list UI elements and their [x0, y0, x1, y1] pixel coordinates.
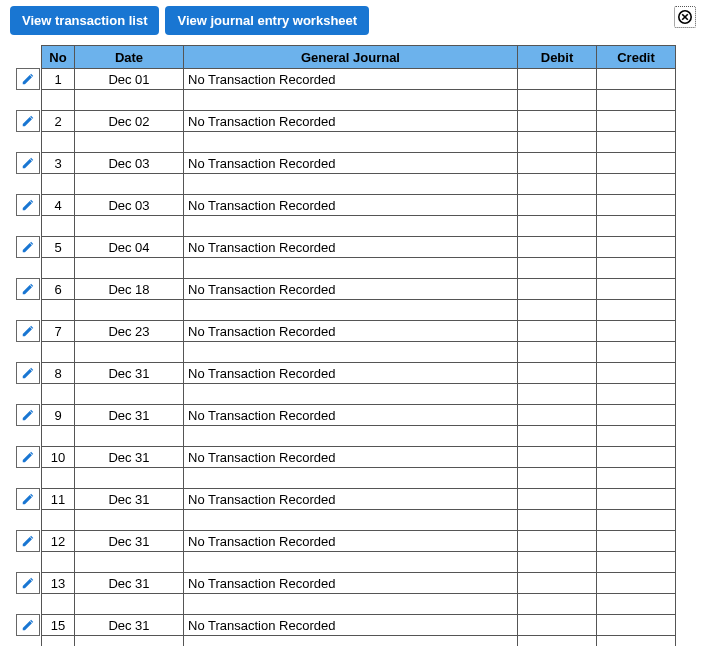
- cell-empty: [596, 467, 676, 489]
- toolbar: View transaction list View journal entry…: [10, 6, 696, 35]
- edit-row-button[interactable]: [16, 110, 40, 132]
- table-row: 6Dec 18No Transaction Recorded: [16, 278, 676, 321]
- pencil-icon: [21, 618, 35, 632]
- cell-empty: [517, 341, 597, 363]
- cell-empty: [41, 89, 75, 111]
- edit-row-button[interactable]: [16, 278, 40, 300]
- cell-date: Dec 31: [74, 404, 184, 426]
- pencil-icon: [21, 408, 35, 422]
- cell-empty: [596, 341, 676, 363]
- cell-date: Dec 31: [74, 614, 184, 636]
- cell-empty: [517, 509, 597, 531]
- table-row: 13Dec 31No Transaction Recorded: [16, 572, 676, 615]
- pencil-icon: [21, 534, 35, 548]
- pencil-icon: [21, 114, 35, 128]
- pencil-icon: [21, 324, 35, 338]
- cell-empty: [517, 257, 597, 279]
- cell-empty: [183, 551, 518, 573]
- cell-journal: No Transaction Recorded: [183, 362, 518, 384]
- cell-empty: [517, 467, 597, 489]
- header-credit: Credit: [596, 45, 676, 69]
- cell-credit: [596, 320, 676, 342]
- edit-row-button[interactable]: [16, 530, 40, 552]
- cell-empty: [596, 635, 676, 646]
- cell-empty: [41, 131, 75, 153]
- view-journal-entry-worksheet-button[interactable]: View journal entry worksheet: [165, 6, 369, 35]
- table-row: 11Dec 31No Transaction Recorded: [16, 488, 676, 531]
- edit-row-button[interactable]: [16, 320, 40, 342]
- cell-credit: [596, 110, 676, 132]
- cell-empty: [183, 215, 518, 237]
- edit-row-button[interactable]: [16, 404, 40, 426]
- edit-row-button[interactable]: [16, 68, 40, 90]
- edit-row-button[interactable]: [16, 488, 40, 510]
- table-row: 12Dec 31No Transaction Recorded: [16, 530, 676, 573]
- cell-date: Dec 31: [74, 362, 184, 384]
- cell-debit: [517, 572, 597, 594]
- table-row: 5Dec 04No Transaction Recorded: [16, 236, 676, 279]
- cell-credit: [596, 446, 676, 468]
- cell-empty: [74, 383, 184, 405]
- cell-debit: [517, 530, 597, 552]
- cell-no: 7: [41, 320, 75, 342]
- pencil-icon: [21, 282, 35, 296]
- journal-table: No Date General Journal Debit Credit 1De…: [16, 45, 676, 646]
- cell-empty: [183, 467, 518, 489]
- cell-date: Dec 31: [74, 446, 184, 468]
- cell-empty: [517, 383, 597, 405]
- cell-debit: [517, 236, 597, 258]
- cell-empty: [183, 173, 518, 195]
- edit-row-button[interactable]: [16, 572, 40, 594]
- close-icon: [677, 9, 693, 25]
- cell-empty: [596, 299, 676, 321]
- cell-empty: [41, 383, 75, 405]
- cell-credit: [596, 614, 676, 636]
- cell-credit: [596, 236, 676, 258]
- edit-row-button[interactable]: [16, 194, 40, 216]
- cell-credit: [596, 404, 676, 426]
- pencil-icon: [21, 450, 35, 464]
- cell-debit: [517, 194, 597, 216]
- cell-empty: [74, 215, 184, 237]
- cell-journal: No Transaction Recorded: [183, 404, 518, 426]
- cell-credit: [596, 68, 676, 90]
- edit-row-button[interactable]: [16, 152, 40, 174]
- cell-date: Dec 23: [74, 320, 184, 342]
- cell-empty: [41, 215, 75, 237]
- cell-credit: [596, 362, 676, 384]
- cell-no: 6: [41, 278, 75, 300]
- cell-empty: [41, 593, 75, 615]
- edit-row-button[interactable]: [16, 362, 40, 384]
- cell-date: Dec 31: [74, 572, 184, 594]
- cell-empty: [517, 635, 597, 646]
- cell-empty: [517, 215, 597, 237]
- cell-date: Dec 31: [74, 488, 184, 510]
- view-transaction-list-button[interactable]: View transaction list: [10, 6, 159, 35]
- pencil-icon: [21, 72, 35, 86]
- cell-empty: [74, 341, 184, 363]
- cell-empty: [74, 635, 184, 646]
- close-button[interactable]: [674, 6, 696, 28]
- cell-no: 11: [41, 488, 75, 510]
- cell-empty: [183, 425, 518, 447]
- cell-empty: [183, 635, 518, 646]
- cell-journal: No Transaction Recorded: [183, 446, 518, 468]
- cell-empty: [41, 341, 75, 363]
- cell-empty: [74, 89, 184, 111]
- edit-row-button[interactable]: [16, 236, 40, 258]
- cell-empty: [183, 131, 518, 153]
- cell-empty: [517, 593, 597, 615]
- cell-date: Dec 03: [74, 152, 184, 174]
- cell-journal: No Transaction Recorded: [183, 614, 518, 636]
- cell-empty: [517, 551, 597, 573]
- cell-no: 5: [41, 236, 75, 258]
- cell-date: Dec 01: [74, 68, 184, 90]
- cell-credit: [596, 488, 676, 510]
- cell-debit: [517, 320, 597, 342]
- edit-row-button[interactable]: [16, 446, 40, 468]
- cell-no: 4: [41, 194, 75, 216]
- cell-empty: [41, 299, 75, 321]
- edit-row-button[interactable]: [16, 614, 40, 636]
- cell-journal: No Transaction Recorded: [183, 152, 518, 174]
- header-date: Date: [74, 45, 184, 69]
